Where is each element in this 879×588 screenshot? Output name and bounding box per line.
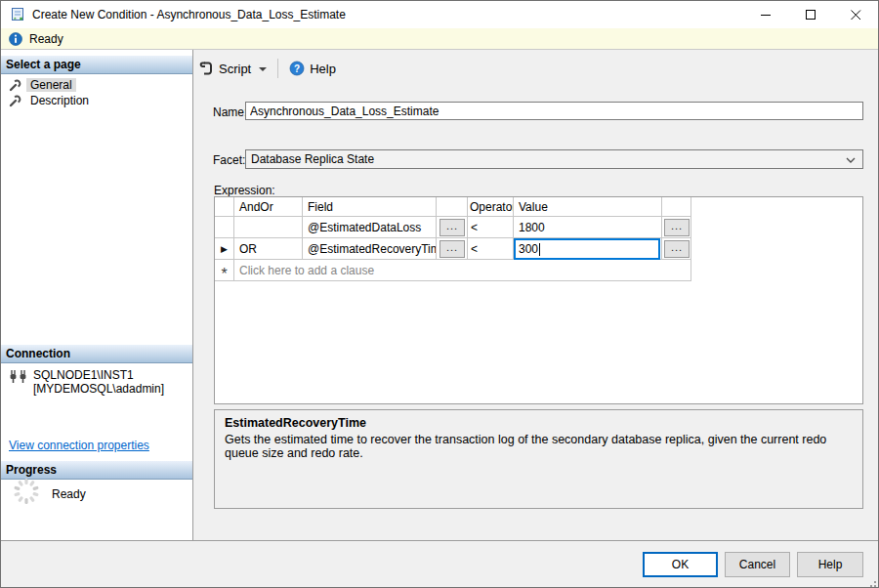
name-label: Name: xyxy=(213,105,247,119)
connection-server: SQLNODE1\INST1 xyxy=(33,368,164,382)
script-dropdown-icon[interactable] xyxy=(259,67,267,71)
andor-cell[interactable]: OR xyxy=(234,238,303,260)
wrench-icon xyxy=(8,94,21,107)
svg-text:?: ? xyxy=(294,63,300,74)
field-ellipsis-button[interactable]: ... xyxy=(440,240,465,258)
script-label: Script xyxy=(219,62,251,76)
wrench-icon xyxy=(8,78,21,92)
andor-cell[interactable] xyxy=(234,217,303,238)
operator-cell[interactable]: < xyxy=(468,238,514,260)
titlebar: Create New Condition - Asynchronous_Data… xyxy=(1,1,878,28)
cancel-button[interactable]: Cancel xyxy=(725,552,790,577)
info-icon xyxy=(9,32,22,46)
value-ellipsis-button[interactable]: ... xyxy=(664,219,690,236)
grid-row-selector[interactable] xyxy=(215,217,234,238)
sidebar-item-label: General xyxy=(26,78,76,92)
sidebar-item-general[interactable]: General xyxy=(1,76,76,93)
condition-document-icon xyxy=(10,7,25,22)
window-title: Create New Condition - Asynchronous_Data… xyxy=(32,8,346,21)
field-cell[interactable]: @EstimatedDataLoss xyxy=(303,217,437,238)
status-text: Ready xyxy=(29,32,63,46)
text-caret xyxy=(539,243,540,256)
script-icon xyxy=(198,61,214,76)
add-clause-text: Click here to add a clause xyxy=(239,264,374,277)
footer: OK Cancel Help xyxy=(1,540,878,588)
name-input[interactable] xyxy=(245,102,863,120)
connection-header: Connection xyxy=(1,345,192,363)
value-editor-input[interactable]: 300 xyxy=(514,238,660,260)
chevron-down-icon xyxy=(846,157,856,163)
minimize-icon xyxy=(761,10,772,21)
close-icon xyxy=(851,10,861,21)
field-description-title: EstimatedRecoveryTime xyxy=(225,416,853,430)
status-bar: Ready xyxy=(1,28,878,50)
facet-selected-value: Database Replica State xyxy=(251,152,374,166)
connection-info: SQLNODE1\INST1 [MYDEMOSQL\adadmin] xyxy=(9,368,164,396)
operator-cell[interactable]: < xyxy=(468,217,514,238)
grid-header-valuebtn xyxy=(662,197,691,217)
progress-status: Ready xyxy=(52,487,86,501)
help-question-icon: ? xyxy=(289,61,305,76)
minimize-button[interactable] xyxy=(743,1,788,28)
expression-grid-container: AndOr Field Operator Value @EstimatedDat… xyxy=(214,196,863,404)
ok-button[interactable]: OK xyxy=(643,552,718,577)
facet-label: Facet: xyxy=(213,153,245,167)
select-a-page-header: Select a page xyxy=(1,56,192,74)
connection-user: [MYDEMOSQL\adadmin] xyxy=(33,382,164,396)
script-button[interactable]: Script xyxy=(193,58,272,79)
grid-header-value: Value xyxy=(514,197,662,217)
field-description-text: Gets the estimated time to recover the t… xyxy=(225,433,853,460)
grid-header-fieldbtn xyxy=(437,197,468,217)
sidebar: Select a page General Description Connec… xyxy=(1,50,193,540)
grid-header-operator: Operator xyxy=(468,197,514,217)
view-connection-properties-link[interactable]: View connection properties xyxy=(9,439,149,452)
grid-header-selector xyxy=(215,197,234,217)
current-row-arrow-icon: ▶ xyxy=(221,244,228,254)
field-description-panel: EstimatedRecoveryTime Gets the estimated… xyxy=(214,409,863,509)
new-row-star-icon: * xyxy=(221,272,227,277)
create-condition-dialog: Create New Condition - Asynchronous_Data… xyxy=(0,0,879,588)
grid-row-selector-current[interactable]: ▶ xyxy=(215,238,234,260)
maximize-icon xyxy=(806,10,816,21)
sidebar-item-label: Description xyxy=(26,94,93,107)
add-clause-row[interactable]: Click here to add a clause xyxy=(234,260,691,281)
sidebar-item-description[interactable]: Description xyxy=(1,92,93,108)
help-label: Help xyxy=(310,62,336,76)
grid-header-field: Field xyxy=(303,197,437,217)
server-connection-icon xyxy=(9,369,28,385)
progress-spinner xyxy=(13,478,40,505)
expression-label: Expression: xyxy=(214,184,275,197)
field-ellipsis-button[interactable]: ... xyxy=(440,219,465,236)
field-cell[interactable]: @EstimatedRecoveryTime xyxy=(303,238,437,260)
value-cell[interactable]: 1800 xyxy=(514,217,662,238)
maximize-button[interactable] xyxy=(788,1,833,28)
value-ellipsis-button[interactable]: ... xyxy=(664,240,690,258)
value-editor-text: 300 xyxy=(519,242,538,256)
help-button[interactable]: ? Help xyxy=(284,58,341,79)
help-dialog-button[interactable]: Help xyxy=(797,552,863,577)
grid-new-row-selector: * xyxy=(215,260,234,281)
close-button[interactable] xyxy=(833,1,878,28)
resize-grip[interactable] xyxy=(866,577,876,587)
facet-select[interactable]: Database Replica State xyxy=(245,149,863,169)
content-toolbar: Script ? Help xyxy=(193,56,341,81)
grid-header-andor: AndOr xyxy=(234,197,303,217)
toolbar-separator xyxy=(277,59,278,78)
